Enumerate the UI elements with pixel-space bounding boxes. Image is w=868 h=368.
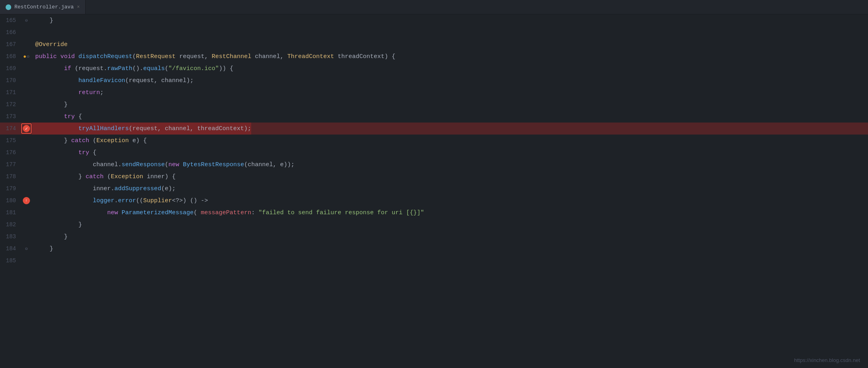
code-line: logger.error((Supplier<?>) () -> [32,195,208,207]
code-line: @Override [32,38,68,50]
code-row: 185 [0,255,868,267]
code-token: (channel, e)); [244,161,294,168]
code-row: 176 try { [0,147,868,159]
line-number: 181 [0,209,21,216]
code-line: channel.sendResponse(new BytesRestRespon… [32,159,294,171]
code-line: } [32,219,82,231]
code-row: 180↑ logger.error((Supplier<?>) () -> [0,195,868,207]
code-row: 170 handleFavicon(request, channel); [0,74,868,86]
code-row: 184⊖ } [0,243,868,255]
code-lines: 165⊖ }166167@Override168 ● ⊖public void … [0,14,868,267]
code-token: try [64,113,75,120]
code-token: handleFavicon [78,77,125,84]
code-token [35,197,93,204]
line-number: 174 [0,125,21,132]
code-content[interactable]: 165⊖ }166167@Override168 ● ⊖public void … [0,14,868,368]
line-number: 183 [0,233,21,240]
code-token: "failed to send failure response for uri… [258,209,424,216]
line-number: 177 [0,161,21,168]
line-number: 179 [0,185,21,192]
code-token: { [75,113,82,120]
code-token [75,53,78,60]
code-token: (e); [161,185,176,192]
line-number: 169 [0,65,21,72]
code-row: 167@Override [0,38,868,50]
breakpoint-indicator[interactable]: ↑ [23,197,30,204]
code-line: } [32,231,68,243]
line-gutter: ⊖ [21,18,32,24]
line-number: 165 [0,17,21,24]
code-token [57,53,60,60]
code-token: "/favicon.ico" [168,65,219,72]
code-token: inner) { [143,173,176,180]
code-token: tryAllHandlers [78,125,129,132]
code-row: 175 } catch (Exception e) { [0,135,868,147]
file-type-icon [6,4,11,10]
tab-bar: RestController.java × [0,0,868,14]
code-token: (request. [71,65,107,72]
code-token: ( [132,53,136,60]
line-number: 180 [0,197,21,204]
code-row: 166 [0,26,868,38]
line-number: 184 [0,245,21,252]
fold-icon: ⊖ [25,246,28,252]
code-row: 182 } [0,219,868,231]
code-token: Supplier [143,197,172,204]
line-number: 170 [0,77,21,84]
code-token: } [35,221,82,228]
code-token [35,113,64,120]
code-token: equals [143,65,165,72]
code-token: RestRequest [136,53,176,60]
code-token: channel. [35,161,122,168]
line-number: 166 [0,29,21,36]
code-token: (request, channel); [125,77,194,84]
code-row: 168 ● ⊖public void dispatchRequest(RestR… [0,50,868,62]
code-line: } [32,14,53,26]
code-token: channel, [251,53,287,60]
line-number: 168 [0,53,21,60]
code-token: ParameterizedMessage [122,209,194,216]
line-number: 178 [0,173,21,180]
line-number: 182 [0,221,21,228]
code-row: 177 channel.sendResponse(new BytesRestRe… [0,159,868,171]
line-number: 176 [0,149,21,156]
breakpoint-up-icon[interactable]: ● [23,54,26,60]
code-row: 169 if (request.rawPath().equals("/favic… [0,62,868,74]
code-token: void [60,53,75,60]
code-token: <?>) () -> [172,197,208,204]
code-line: public void dispatchRequest(RestRequest … [32,50,395,62]
code-token: try [78,149,89,156]
editor-tab[interactable]: RestController.java × [0,0,86,14]
code-token: . [114,197,118,204]
breakpoint-box[interactable]: ✓ [21,123,32,134]
code-line: } [32,99,68,111]
code-token: )) { [219,65,233,72]
code-token: if [64,65,71,72]
code-row: 165⊖ } [0,14,868,26]
line-number: 185 [0,257,21,264]
code-token: Exception [111,173,143,180]
code-token: (( [136,197,143,204]
code-token: new [107,209,118,216]
code-token [35,89,78,96]
code-token: catch [71,137,89,144]
code-token [35,149,78,156]
code-token [118,209,122,216]
code-token [35,125,78,132]
code-token: new [168,161,179,168]
line-number: 172 [0,101,21,108]
code-line: } [32,243,53,255]
code-token: rawPath [107,65,132,72]
code-line: inner.addSuppressed(e); [32,183,176,195]
line-number: 167 [0,41,21,48]
code-token: BytesRestResponse [183,161,244,168]
code-line: } catch (Exception inner) { [32,171,176,183]
fold-icon: ⊖ [27,54,30,60]
code-token: logger [93,197,114,204]
code-token: error [118,197,136,204]
code-token: sendResponse [122,161,165,168]
code-line: tryAllHandlers(request, channel, threadC… [32,123,251,135]
line-number: 173 [0,113,21,120]
code-line [32,255,35,267]
close-tab-icon[interactable]: × [77,4,80,10]
